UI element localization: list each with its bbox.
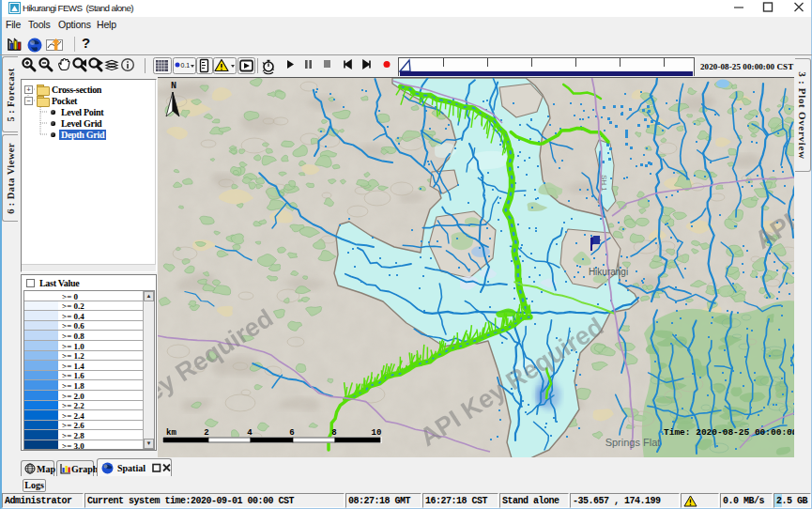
svg-text:N: N bbox=[171, 81, 176, 91]
svg-text:km: km bbox=[166, 428, 176, 438]
svg-text:8: 8 bbox=[331, 428, 336, 438]
svg-text:Time: 2020-08-25 00:00:00 CST: Time: 2020-08-25 00:00:00 CST bbox=[664, 427, 794, 438]
svg-text:0.1: 0.1 bbox=[181, 62, 191, 69]
svg-text:6: 6 bbox=[289, 428, 294, 438]
svg-text:SH 1: SH 1 bbox=[600, 175, 608, 192]
svg-text:Hikurangi: Hikurangi bbox=[589, 267, 628, 277]
svg-text:Springs Flat: Springs Flat bbox=[605, 437, 661, 448]
svg-text:4: 4 bbox=[247, 428, 253, 438]
svg-text:10: 10 bbox=[372, 428, 382, 438]
svg-text:2: 2 bbox=[204, 428, 208, 438]
